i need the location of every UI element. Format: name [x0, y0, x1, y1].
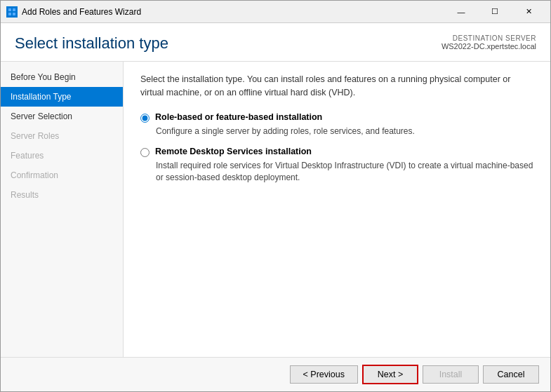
- panel: Select the installation type. You can in…: [124, 62, 550, 357]
- option-remote-desktop-row: Remote Desktop Services installation: [140, 147, 533, 157]
- sidebar-item-confirmation: Confirmation: [1, 165, 123, 185]
- destination-server-info: DESTINATION SERVER WS2022-DC.xpertstec.l…: [442, 34, 536, 50]
- restore-button[interactable]: ☐: [479, 1, 511, 22]
- app-icon: [6, 6, 18, 18]
- sidebar-item-server-roles: Server Roles: [1, 126, 123, 146]
- wizard-window: Add Roles and Features Wizard — ☐ ✕ Sele…: [0, 0, 551, 392]
- destination-value: WS2022-DC.xpertstec.local: [442, 42, 536, 50]
- sidebar-item-installation-type[interactable]: Installation Type: [1, 87, 123, 107]
- role-based-desc: Configure a single server by adding role…: [156, 126, 533, 137]
- minimize-button[interactable]: —: [445, 1, 477, 22]
- svg-rect-1: [13, 8, 15, 11]
- svg-rect-3: [13, 13, 15, 15]
- remote-desktop-radio[interactable]: [140, 148, 150, 157]
- sidebar-item-features: Features: [1, 146, 123, 165]
- remote-desktop-desc: Install required role services for Virtu…: [156, 160, 533, 184]
- close-button[interactable]: ✕: [512, 1, 545, 22]
- window-controls: — ☐ ✕: [445, 1, 545, 22]
- cancel-button[interactable]: Cancel: [483, 365, 539, 384]
- sidebar-item-before-you-begin[interactable]: Before You Begin: [1, 67, 123, 87]
- option-remote-desktop-group: Remote Desktop Services installation Ins…: [140, 147, 533, 184]
- footer: < Previous Next > Install Cancel: [1, 357, 550, 391]
- window-title: Add Roles and Features Wizard: [22, 7, 445, 17]
- sidebar: Before You Begin Installation Type Serve…: [1, 62, 124, 357]
- next-button[interactable]: Next >: [362, 365, 418, 384]
- sidebar-item-results: Results: [1, 185, 123, 205]
- title-bar: Add Roles and Features Wizard — ☐ ✕: [1, 1, 550, 23]
- option-role-based-group: Role-based or feature-based installation…: [140, 112, 533, 137]
- header-section: Select installation type DESTINATION SER…: [1, 23, 550, 62]
- content-area: Select installation type DESTINATION SER…: [1, 23, 550, 391]
- sidebar-item-server-selection[interactable]: Server Selection: [1, 107, 123, 126]
- panel-description: Select the installation type. You can in…: [140, 73, 533, 100]
- destination-label: DESTINATION SERVER: [442, 34, 536, 42]
- svg-rect-2: [8, 13, 11, 15]
- role-based-radio[interactable]: [140, 114, 150, 123]
- remote-desktop-label[interactable]: Remote Desktop Services installation: [155, 147, 312, 156]
- previous-button[interactable]: < Previous: [290, 365, 358, 384]
- install-button: Install: [423, 365, 479, 384]
- role-based-label[interactable]: Role-based or feature-based installation: [155, 112, 322, 122]
- option-role-based-row: Role-based or feature-based installation: [140, 112, 533, 123]
- main-section: Before You Begin Installation Type Serve…: [1, 62, 550, 357]
- svg-rect-0: [8, 8, 11, 11]
- page-title: Select installation type: [15, 34, 168, 53]
